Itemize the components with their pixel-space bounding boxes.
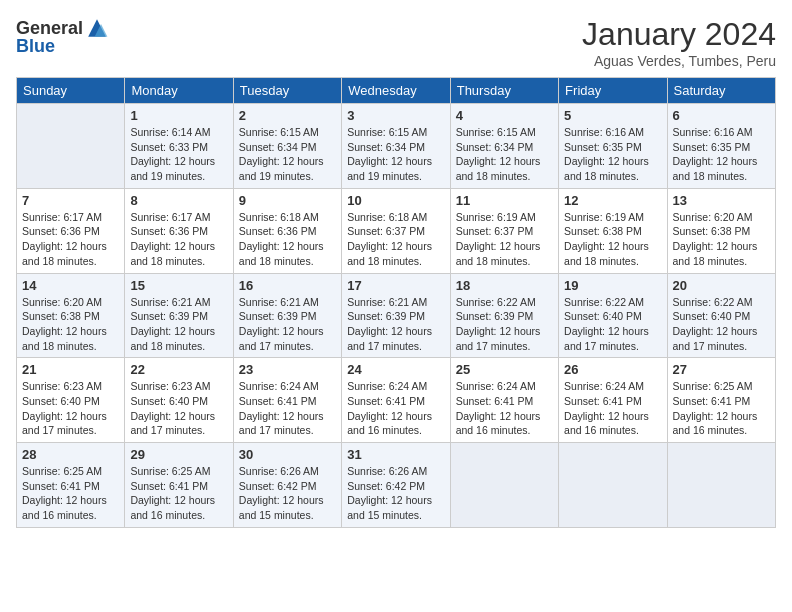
day-number: 10 xyxy=(347,193,444,208)
day-number: 31 xyxy=(347,447,444,462)
day-number: 16 xyxy=(239,278,336,293)
calendar-week-row: 14Sunrise: 6:20 AM Sunset: 6:38 PM Dayli… xyxy=(17,273,776,358)
calendar-cell: 19Sunrise: 6:22 AM Sunset: 6:40 PM Dayli… xyxy=(559,273,667,358)
day-info: Sunrise: 6:24 AM Sunset: 6:41 PM Dayligh… xyxy=(347,379,444,438)
calendar-cell: 5Sunrise: 6:16 AM Sunset: 6:35 PM Daylig… xyxy=(559,104,667,189)
day-info: Sunrise: 6:17 AM Sunset: 6:36 PM Dayligh… xyxy=(22,210,119,269)
day-number: 1 xyxy=(130,108,227,123)
day-info: Sunrise: 6:15 AM Sunset: 6:34 PM Dayligh… xyxy=(456,125,553,184)
day-number: 4 xyxy=(456,108,553,123)
calendar-cell: 10Sunrise: 6:18 AM Sunset: 6:37 PM Dayli… xyxy=(342,188,450,273)
weekday-header-sunday: Sunday xyxy=(17,78,125,104)
day-number: 12 xyxy=(564,193,661,208)
day-number: 28 xyxy=(22,447,119,462)
day-number: 2 xyxy=(239,108,336,123)
calendar-cell: 9Sunrise: 6:18 AM Sunset: 6:36 PM Daylig… xyxy=(233,188,341,273)
calendar-cell: 12Sunrise: 6:19 AM Sunset: 6:38 PM Dayli… xyxy=(559,188,667,273)
calendar-cell: 16Sunrise: 6:21 AM Sunset: 6:39 PM Dayli… xyxy=(233,273,341,358)
day-info: Sunrise: 6:19 AM Sunset: 6:38 PM Dayligh… xyxy=(564,210,661,269)
day-number: 30 xyxy=(239,447,336,462)
calendar-cell: 25Sunrise: 6:24 AM Sunset: 6:41 PM Dayli… xyxy=(450,358,558,443)
calendar-cell xyxy=(450,443,558,528)
calendar-cell: 3Sunrise: 6:15 AM Sunset: 6:34 PM Daylig… xyxy=(342,104,450,189)
day-info: Sunrise: 6:24 AM Sunset: 6:41 PM Dayligh… xyxy=(564,379,661,438)
calendar-cell xyxy=(17,104,125,189)
calendar-week-row: 7Sunrise: 6:17 AM Sunset: 6:36 PM Daylig… xyxy=(17,188,776,273)
calendar-cell: 14Sunrise: 6:20 AM Sunset: 6:38 PM Dayli… xyxy=(17,273,125,358)
calendar-cell: 20Sunrise: 6:22 AM Sunset: 6:40 PM Dayli… xyxy=(667,273,775,358)
day-info: Sunrise: 6:26 AM Sunset: 6:42 PM Dayligh… xyxy=(347,464,444,523)
calendar-cell: 31Sunrise: 6:26 AM Sunset: 6:42 PM Dayli… xyxy=(342,443,450,528)
weekday-header-saturday: Saturday xyxy=(667,78,775,104)
calendar-cell: 6Sunrise: 6:16 AM Sunset: 6:35 PM Daylig… xyxy=(667,104,775,189)
day-number: 5 xyxy=(564,108,661,123)
weekday-header-row: SundayMondayTuesdayWednesdayThursdayFrid… xyxy=(17,78,776,104)
weekday-header-thursday: Thursday xyxy=(450,78,558,104)
day-info: Sunrise: 6:16 AM Sunset: 6:35 PM Dayligh… xyxy=(673,125,770,184)
day-info: Sunrise: 6:25 AM Sunset: 6:41 PM Dayligh… xyxy=(22,464,119,523)
calendar-cell: 28Sunrise: 6:25 AM Sunset: 6:41 PM Dayli… xyxy=(17,443,125,528)
day-info: Sunrise: 6:22 AM Sunset: 6:40 PM Dayligh… xyxy=(673,295,770,354)
day-info: Sunrise: 6:20 AM Sunset: 6:38 PM Dayligh… xyxy=(22,295,119,354)
day-info: Sunrise: 6:16 AM Sunset: 6:35 PM Dayligh… xyxy=(564,125,661,184)
calendar-cell: 21Sunrise: 6:23 AM Sunset: 6:40 PM Dayli… xyxy=(17,358,125,443)
calendar-cell: 22Sunrise: 6:23 AM Sunset: 6:40 PM Dayli… xyxy=(125,358,233,443)
day-number: 14 xyxy=(22,278,119,293)
day-number: 6 xyxy=(673,108,770,123)
calendar-cell: 11Sunrise: 6:19 AM Sunset: 6:37 PM Dayli… xyxy=(450,188,558,273)
day-number: 21 xyxy=(22,362,119,377)
weekday-header-wednesday: Wednesday xyxy=(342,78,450,104)
calendar-cell: 27Sunrise: 6:25 AM Sunset: 6:41 PM Dayli… xyxy=(667,358,775,443)
day-number: 9 xyxy=(239,193,336,208)
day-number: 20 xyxy=(673,278,770,293)
calendar-cell: 18Sunrise: 6:22 AM Sunset: 6:39 PM Dayli… xyxy=(450,273,558,358)
weekday-header-monday: Monday xyxy=(125,78,233,104)
day-info: Sunrise: 6:24 AM Sunset: 6:41 PM Dayligh… xyxy=(239,379,336,438)
day-number: 29 xyxy=(130,447,227,462)
calendar-cell: 23Sunrise: 6:24 AM Sunset: 6:41 PM Dayli… xyxy=(233,358,341,443)
calendar-cell: 1Sunrise: 6:14 AM Sunset: 6:33 PM Daylig… xyxy=(125,104,233,189)
calendar-cell: 26Sunrise: 6:24 AM Sunset: 6:41 PM Dayli… xyxy=(559,358,667,443)
day-info: Sunrise: 6:22 AM Sunset: 6:40 PM Dayligh… xyxy=(564,295,661,354)
calendar-cell: 8Sunrise: 6:17 AM Sunset: 6:36 PM Daylig… xyxy=(125,188,233,273)
day-info: Sunrise: 6:20 AM Sunset: 6:38 PM Dayligh… xyxy=(673,210,770,269)
day-number: 8 xyxy=(130,193,227,208)
day-number: 24 xyxy=(347,362,444,377)
day-number: 7 xyxy=(22,193,119,208)
day-number: 19 xyxy=(564,278,661,293)
day-info: Sunrise: 6:19 AM Sunset: 6:37 PM Dayligh… xyxy=(456,210,553,269)
day-info: Sunrise: 6:14 AM Sunset: 6:33 PM Dayligh… xyxy=(130,125,227,184)
calendar-week-row: 1Sunrise: 6:14 AM Sunset: 6:33 PM Daylig… xyxy=(17,104,776,189)
day-number: 27 xyxy=(673,362,770,377)
calendar-table: SundayMondayTuesdayWednesdayThursdayFrid… xyxy=(16,77,776,528)
day-info: Sunrise: 6:25 AM Sunset: 6:41 PM Dayligh… xyxy=(673,379,770,438)
calendar-cell: 24Sunrise: 6:24 AM Sunset: 6:41 PM Dayli… xyxy=(342,358,450,443)
logo-blue-text: Blue xyxy=(16,36,55,57)
day-number: 15 xyxy=(130,278,227,293)
day-info: Sunrise: 6:21 AM Sunset: 6:39 PM Dayligh… xyxy=(239,295,336,354)
day-number: 23 xyxy=(239,362,336,377)
calendar-cell: 17Sunrise: 6:21 AM Sunset: 6:39 PM Dayli… xyxy=(342,273,450,358)
day-number: 3 xyxy=(347,108,444,123)
day-number: 13 xyxy=(673,193,770,208)
day-number: 11 xyxy=(456,193,553,208)
day-info: Sunrise: 6:15 AM Sunset: 6:34 PM Dayligh… xyxy=(239,125,336,184)
day-number: 26 xyxy=(564,362,661,377)
day-info: Sunrise: 6:21 AM Sunset: 6:39 PM Dayligh… xyxy=(130,295,227,354)
day-info: Sunrise: 6:22 AM Sunset: 6:39 PM Dayligh… xyxy=(456,295,553,354)
logo-icon xyxy=(85,16,109,40)
day-info: Sunrise: 6:24 AM Sunset: 6:41 PM Dayligh… xyxy=(456,379,553,438)
day-info: Sunrise: 6:18 AM Sunset: 6:36 PM Dayligh… xyxy=(239,210,336,269)
day-number: 18 xyxy=(456,278,553,293)
day-info: Sunrise: 6:25 AM Sunset: 6:41 PM Dayligh… xyxy=(130,464,227,523)
calendar-cell xyxy=(667,443,775,528)
day-info: Sunrise: 6:17 AM Sunset: 6:36 PM Dayligh… xyxy=(130,210,227,269)
title-area: January 2024 Aguas Verdes, Tumbes, Peru xyxy=(582,16,776,69)
weekday-header-friday: Friday xyxy=(559,78,667,104)
day-info: Sunrise: 6:26 AM Sunset: 6:42 PM Dayligh… xyxy=(239,464,336,523)
month-title: January 2024 xyxy=(582,16,776,53)
day-info: Sunrise: 6:23 AM Sunset: 6:40 PM Dayligh… xyxy=(22,379,119,438)
calendar-cell: 13Sunrise: 6:20 AM Sunset: 6:38 PM Dayli… xyxy=(667,188,775,273)
logo: General Blue xyxy=(16,16,109,57)
calendar-week-row: 28Sunrise: 6:25 AM Sunset: 6:41 PM Dayli… xyxy=(17,443,776,528)
